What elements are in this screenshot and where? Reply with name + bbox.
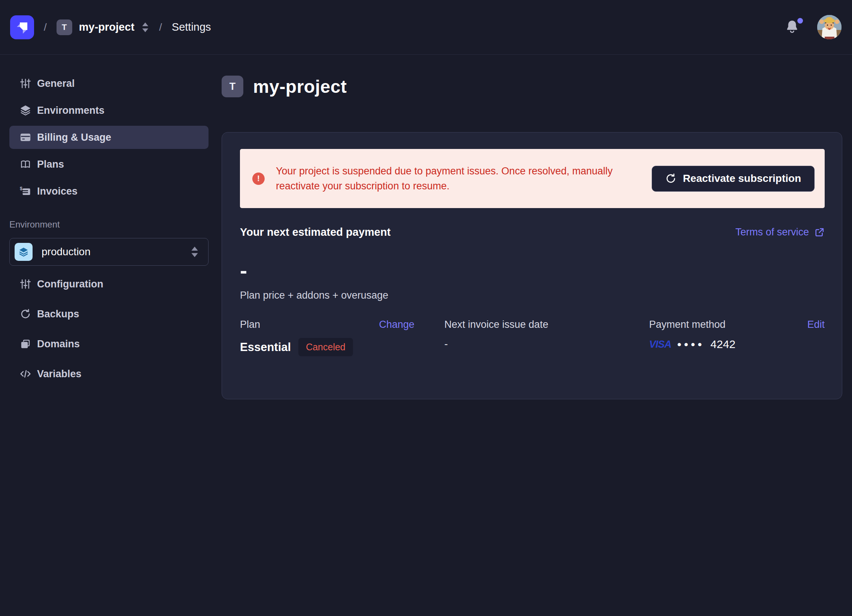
credit-card-icon xyxy=(20,131,32,143)
breadcrumb-current-page: Settings xyxy=(172,21,211,33)
suspension-alert: ! Your project is suspended due to payme… xyxy=(240,149,825,208)
environment-selected-value: production xyxy=(42,246,91,258)
environment-select[interactable]: production xyxy=(9,238,208,266)
sidebar-item-label: Environments xyxy=(37,105,104,116)
payment-method-column: Payment method Edit VISA •••• 4242 xyxy=(649,319,825,356)
refresh-icon xyxy=(665,173,677,184)
next-invoice-value: - xyxy=(444,338,448,350)
external-link-icon xyxy=(814,227,825,238)
project-title-row: T my-project xyxy=(222,75,347,97)
terms-of-service-label: Terms of service xyxy=(735,226,809,238)
amount-formula: Plan price + addons + overusage xyxy=(240,290,388,301)
edit-payment-link[interactable]: Edit xyxy=(807,319,825,331)
breadcrumb-project-name: my-project xyxy=(79,21,134,33)
sidebar-item-invoices[interactable]: $ Invoices xyxy=(9,180,208,203)
payment-method-label: Payment method xyxy=(649,319,725,331)
alert-message: Your project is suspended due to payment… xyxy=(276,163,643,193)
sidebar-item-label: Backups xyxy=(37,308,79,320)
sidebar-item-label: Invoices xyxy=(37,186,77,197)
sidebar-item-domains[interactable]: Domains xyxy=(9,332,208,356)
sidebar-item-plans[interactable]: Plans xyxy=(9,153,208,176)
next-invoice-column: Next invoice issue date - xyxy=(444,319,619,356)
sidebar-item-configuration[interactable]: Configuration xyxy=(9,272,208,296)
notification-dot xyxy=(798,18,803,24)
chevron-sort-icon xyxy=(190,247,199,257)
breadcrumb-separator: / xyxy=(44,21,47,33)
reactivate-subscription-label: Reactivate subscription xyxy=(683,172,801,184)
sidebar-item-general[interactable]: General xyxy=(9,72,208,95)
plan-column: Plan Change Essential Canceled xyxy=(240,319,414,356)
environment-nav: Configuration Backups Do xyxy=(9,272,225,385)
visa-logo: VISA xyxy=(649,339,671,350)
invoice-icon: $ xyxy=(20,185,32,197)
next-payment-heading: Your next estimated payment xyxy=(240,226,390,239)
reactivate-subscription-button[interactable]: Reactivate subscription xyxy=(652,166,814,192)
sidebar-item-variables[interactable]: Variables xyxy=(9,362,208,385)
header-actions xyxy=(785,15,841,39)
sliders-icon xyxy=(20,77,32,89)
user-avatar[interactable] xyxy=(817,15,841,39)
sidebar-item-label: Domains xyxy=(37,338,80,350)
sidebar-item-environments[interactable]: Environments xyxy=(9,99,208,122)
plan-status-badge: Canceled xyxy=(298,338,353,356)
billing-details-row: Plan Change Essential Canceled Next invo… xyxy=(240,319,825,356)
billing-card-header: Your next estimated payment Terms of ser… xyxy=(240,226,825,239)
avatar-image xyxy=(817,15,841,39)
sidebar-item-label: General xyxy=(37,78,75,89)
project-switcher[interactable]: T my-project xyxy=(56,20,150,35)
map-icon xyxy=(20,158,32,170)
sidebar-item-label: Variables xyxy=(37,368,82,380)
sliders-icon xyxy=(20,278,32,290)
next-invoice-label: Next invoice issue date xyxy=(444,319,548,331)
environment-label: Environment xyxy=(9,219,225,230)
billing-settings-page: / T my-project / Settings xyxy=(0,0,852,616)
strapi-logo-icon xyxy=(10,15,34,39)
billing-card: ! Your project is suspended due to payme… xyxy=(222,132,842,399)
strapi-cloud-logo[interactable] xyxy=(10,15,34,39)
sidebar-item-backups[interactable]: Backups xyxy=(9,302,208,326)
terms-of-service-link[interactable]: Terms of service xyxy=(735,226,825,238)
sidebar-item-label: Plans xyxy=(37,159,64,170)
plan-label: Plan xyxy=(240,319,260,331)
sidebar-item-label: Billing & Usage xyxy=(37,132,111,143)
project-initial-badge: T xyxy=(56,20,72,35)
chevron-sort-icon xyxy=(141,23,150,32)
layers-icon xyxy=(20,104,32,116)
sidebar-item-billing-usage[interactable]: Billing & Usage xyxy=(9,126,208,149)
stacked-cards-icon xyxy=(20,338,32,350)
notifications-button[interactable] xyxy=(785,19,801,36)
plan-name: Essential xyxy=(240,341,291,354)
breadcrumb-separator: / xyxy=(159,21,162,33)
card-number-mask: •••• xyxy=(677,341,704,348)
refresh-icon xyxy=(20,308,32,320)
project-nav: General Environments xyxy=(9,72,225,203)
sidebar-item-label: Configuration xyxy=(37,278,103,290)
project-initial-badge: T xyxy=(222,75,243,97)
card-last4: 4242 xyxy=(710,338,736,351)
code-icon xyxy=(20,368,32,380)
top-bar: / T my-project / Settings xyxy=(0,0,852,54)
change-plan-link[interactable]: Change xyxy=(379,319,414,331)
estimated-amount: - xyxy=(240,260,247,281)
sidebar: General Environments xyxy=(0,54,225,392)
page-title: my-project xyxy=(253,76,347,97)
alert-exclamation-icon: ! xyxy=(252,172,265,185)
environment-layers-icon xyxy=(15,243,33,261)
